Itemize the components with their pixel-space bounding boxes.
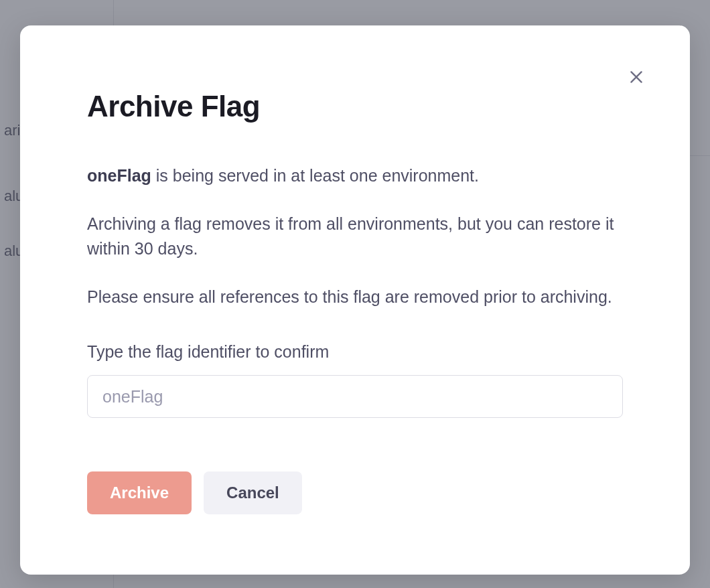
modal-body: oneFlag is being served in at least one … [87,163,623,418]
confirm-input-label: Type the flag identifier to confirm [87,342,623,362]
confirm-identifier-input[interactable] [87,375,623,418]
modal-message-3: Please ensure all references to this fla… [87,285,623,309]
modal-actions: Archive Cancel [87,471,623,514]
modal-message-1-suffix: is being served in at least one environm… [151,166,479,185]
archive-button[interactable]: Archive [87,471,192,514]
flag-name-text: oneFlag [87,166,151,185]
modal-overlay: Archive Flag oneFlag is being served in … [0,0,710,588]
close-icon [628,68,645,88]
close-button[interactable] [624,66,648,90]
modal-message-1: oneFlag is being served in at least one … [87,163,623,188]
modal-title: Archive Flag [87,90,623,123]
cancel-button[interactable]: Cancel [204,471,302,514]
modal-message-2: Archiving a flag removes it from all env… [87,212,623,261]
archive-flag-modal: Archive Flag oneFlag is being served in … [20,25,690,575]
